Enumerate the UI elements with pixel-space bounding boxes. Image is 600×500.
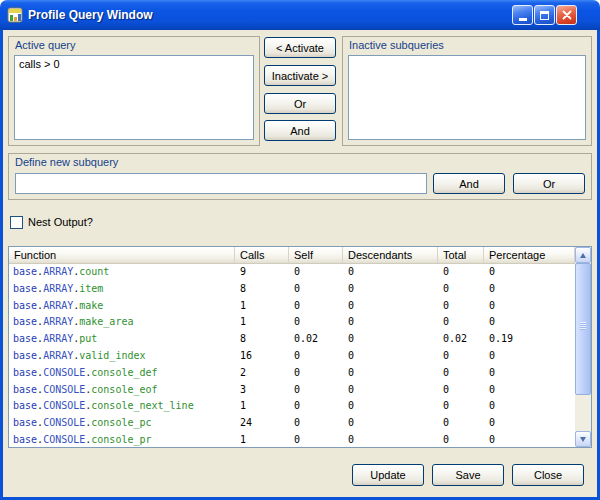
- table-cell: 0: [438, 298, 484, 315]
- column-header-descendants[interactable]: Descendants: [343, 247, 438, 263]
- table-cell: 0.02: [289, 331, 343, 348]
- table-cell: 0: [438, 432, 484, 447]
- table-cell: 0: [289, 365, 343, 382]
- table-cell: 0: [484, 281, 575, 298]
- close-button[interactable]: [556, 5, 577, 25]
- table-cell: 0: [289, 348, 343, 365]
- function-name: base.CONSOLE.console_def: [9, 365, 235, 382]
- table-row[interactable]: base.CONSOLE.console_pr10000: [9, 432, 575, 447]
- nest-output-checkbox[interactable]: [10, 216, 23, 229]
- table-row[interactable]: base.CONSOLE.console_def20000: [9, 365, 575, 382]
- table-cell: 0: [343, 348, 438, 365]
- table-cell: 8: [235, 281, 289, 298]
- function-name: base.ARRAY.count: [9, 264, 235, 281]
- table-cell: 0: [289, 382, 343, 399]
- table-row[interactable]: base.ARRAY.make_area10000: [9, 314, 575, 331]
- table-cell: 0: [289, 264, 343, 281]
- function-name: base.ARRAY.make_area: [9, 314, 235, 331]
- table-cell: 24: [235, 415, 289, 432]
- and-button[interactable]: And: [264, 120, 336, 141]
- function-name: base.CONSOLE.console_eof: [9, 382, 235, 399]
- table-cell: 0: [289, 398, 343, 415]
- scrollbar-thumb[interactable]: [575, 263, 591, 395]
- maximize-button[interactable]: [534, 5, 555, 25]
- inactive-subqueries-list[interactable]: [348, 55, 586, 140]
- update-button[interactable]: Update: [352, 464, 424, 486]
- define-subquery-group: Define new subquery And Or: [8, 153, 592, 200]
- table-row[interactable]: base.ARRAY.put80.0200.020.19: [9, 331, 575, 348]
- subquery-and-button[interactable]: And: [433, 173, 505, 194]
- minimize-icon: [519, 18, 527, 21]
- table-cell: 0: [484, 432, 575, 447]
- inactivate-button[interactable]: Inactivate >: [264, 65, 336, 86]
- table-cell: 0: [289, 415, 343, 432]
- table-cell: 0: [438, 398, 484, 415]
- table-cell: 1: [235, 298, 289, 315]
- column-header-function[interactable]: Function: [9, 247, 235, 263]
- table-cell: 0: [343, 281, 438, 298]
- function-name: base.ARRAY.item: [9, 281, 235, 298]
- close-dialog-button[interactable]: Close: [512, 464, 584, 486]
- table-row[interactable]: base.CONSOLE.console_eof30000: [9, 382, 575, 399]
- table-cell: 0: [438, 415, 484, 432]
- table-cell: 0: [289, 432, 343, 447]
- table-cell: 0: [343, 331, 438, 348]
- scroll-down-button[interactable]: [575, 431, 591, 447]
- vertical-scrollbar[interactable]: [575, 247, 591, 447]
- table-cell: 0.19: [484, 331, 575, 348]
- table-row[interactable]: base.CONSOLE.console_pc240000: [9, 415, 575, 432]
- table-header: FunctionCallsSelfDescendantsTotalPercent…: [9, 247, 575, 264]
- table-cell: 2: [235, 365, 289, 382]
- table-cell: 16: [235, 348, 289, 365]
- scroll-down-icon: [580, 437, 586, 442]
- define-subquery-label: Define new subquery: [15, 156, 118, 168]
- function-name: base.CONSOLE.console_next_line: [9, 398, 235, 415]
- table-cell: 0: [343, 415, 438, 432]
- titlebar-buttons: [512, 5, 577, 25]
- function-name: base.CONSOLE.console_pr: [9, 432, 235, 447]
- table-cell: 0: [343, 365, 438, 382]
- minimize-button[interactable]: [512, 5, 533, 25]
- active-query-list[interactable]: calls > 0: [14, 55, 254, 140]
- scroll-up-icon: [580, 253, 586, 258]
- subquery-input[interactable]: [15, 173, 427, 194]
- table-cell: 0: [343, 398, 438, 415]
- table-row[interactable]: base.ARRAY.valid_index160000: [9, 348, 575, 365]
- table-cell: 3: [235, 382, 289, 399]
- table-cell: 0: [484, 382, 575, 399]
- table-cell: 0: [438, 348, 484, 365]
- table-row[interactable]: base.ARRAY.make10000: [9, 298, 575, 315]
- table-cell: 0: [343, 298, 438, 315]
- table-cell: 1: [235, 398, 289, 415]
- table-row[interactable]: base.CONSOLE.console_next_line10000: [9, 398, 575, 415]
- app-icon[interactable]: [7, 7, 23, 23]
- save-button[interactable]: Save: [432, 464, 504, 486]
- column-header-total[interactable]: Total: [438, 247, 484, 263]
- table-cell: 0: [343, 314, 438, 331]
- column-header-percentage[interactable]: Percentage: [484, 247, 575, 263]
- window-title: Profile Query Window: [28, 8, 153, 22]
- table-cell: 0: [289, 281, 343, 298]
- scroll-up-button[interactable]: [575, 247, 591, 263]
- table-cell: 1: [235, 432, 289, 447]
- column-header-calls[interactable]: Calls: [235, 247, 289, 263]
- table-cell: 0: [484, 314, 575, 331]
- table-cell: 0: [438, 365, 484, 382]
- titlebar[interactable]: Profile Query Window: [0, 0, 600, 30]
- activate-button[interactable]: < Activate: [264, 37, 336, 58]
- table-cell: 0: [289, 314, 343, 331]
- profile-query-window: Profile Query Window Active query calls …: [0, 0, 600, 500]
- table-row[interactable]: base.ARRAY.count90000: [9, 264, 575, 281]
- active-query-item[interactable]: calls > 0: [19, 58, 249, 70]
- active-query-label: Active query: [15, 39, 76, 51]
- column-header-self[interactable]: Self: [289, 247, 343, 263]
- function-name: base.CONSOLE.console_pc: [9, 415, 235, 432]
- table-cell: 0: [343, 264, 438, 281]
- table-row[interactable]: base.ARRAY.item80000: [9, 281, 575, 298]
- table-cell: 0: [484, 415, 575, 432]
- or-button[interactable]: Or: [264, 93, 336, 114]
- table-body: base.ARRAY.count90000base.ARRAY.item8000…: [9, 264, 575, 447]
- active-query-group: Active query calls > 0: [8, 36, 260, 146]
- subquery-or-button[interactable]: Or: [513, 173, 585, 194]
- table-cell: 0: [438, 382, 484, 399]
